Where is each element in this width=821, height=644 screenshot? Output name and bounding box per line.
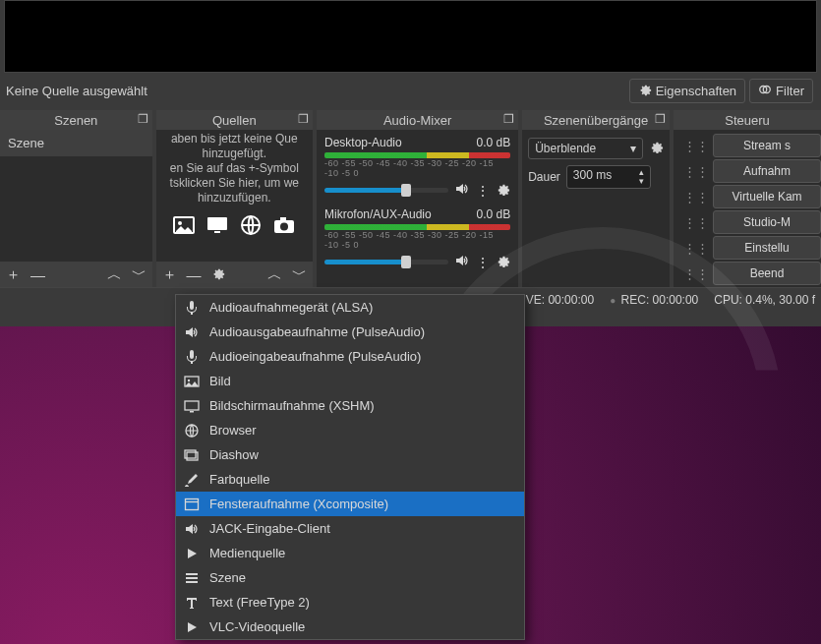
filters-button[interactable]: Filter <box>749 79 813 103</box>
control-button[interactable]: Studio-M <box>713 210 821 234</box>
duration-label: Dauer <box>528 170 560 184</box>
duration-input[interactable]: 300 ms ▴▾ <box>566 165 651 189</box>
menu-item[interactable]: Audioeingabeaufnahme (PulseAudio) <box>176 344 524 369</box>
popout-icon[interactable]: ❐ <box>138 112 148 126</box>
scene-down-button[interactable]: ﹀ <box>132 265 147 284</box>
add-source-button[interactable]: ＋ <box>162 265 177 284</box>
menu-item[interactable]: Medienquelle <box>176 541 524 565</box>
speaker-icon[interactable] <box>454 181 470 200</box>
speaker-icon <box>184 324 200 340</box>
menu-item-label: VLC-Videoquelle <box>209 619 305 634</box>
source-settings-button[interactable] <box>211 266 225 283</box>
remove-scene-button[interactable]: — <box>30 266 45 283</box>
bars-icon <box>184 570 200 586</box>
window-icon <box>184 497 200 512</box>
menu-item[interactable]: Szene <box>176 565 524 590</box>
menu-item[interactable]: VLC-Videoquelle <box>176 615 524 639</box>
svg-rect-21 <box>186 581 198 583</box>
control-button[interactable]: Stream s <box>713 134 821 157</box>
svg-point-3 <box>178 221 182 225</box>
play-icon <box>184 619 200 635</box>
menu-item-label: Diashow <box>209 447 259 462</box>
menu-item[interactable]: Audioausgabeaufnahme (PulseAudio) <box>176 320 524 344</box>
menu-item[interactable]: Farbquelle <box>176 467 524 492</box>
camera-icon <box>270 213 298 237</box>
sources-panel: Quellen ❐ aben bis jetzt keine Que hinzu… <box>156 110 313 287</box>
properties-button[interactable]: Eigenschaften <box>629 79 745 103</box>
menu-item-label: JACK-Eingabe-Client <box>209 521 330 536</box>
grip-icon: ⋮⋮ <box>683 190 709 205</box>
preview-area[interactable] <box>4 0 817 73</box>
svg-rect-20 <box>186 577 198 579</box>
source-up-button[interactable]: ︿ <box>267 265 282 284</box>
sources-hint: aben bis jetzt keine Que hinzugefügt. en… <box>158 132 311 205</box>
menu-item[interactable]: Audioaufnahmegerät (ALSA) <box>176 295 524 320</box>
grip-icon: ⋮⋮ <box>683 215 709 230</box>
no-source-label: Keine Quelle ausgewählt <box>6 84 147 98</box>
source-down-button[interactable]: ﹀ <box>292 265 307 284</box>
menu-item-label: Fensteraufnahme (Xcomposite) <box>209 497 388 511</box>
menu-item[interactable]: Fensteraufnahme (Xcomposite) <box>176 492 524 516</box>
menu-item[interactable]: Bild <box>176 369 524 393</box>
text-icon <box>184 595 200 611</box>
svg-rect-12 <box>185 401 199 410</box>
speaker-icon[interactable] <box>454 253 470 271</box>
volume-slider[interactable] <box>324 188 448 193</box>
grip-icon: ⋮⋮ <box>683 139 709 153</box>
control-button[interactable]: Aufnahm <box>713 159 821 183</box>
popout-icon[interactable]: ❐ <box>655 112 666 126</box>
menu-item[interactable]: Bildschirmaufnahme (XSHM) <box>176 393 524 418</box>
properties-label: Eigenschaften <box>656 84 736 98</box>
slides-icon <box>184 447 200 463</box>
control-button[interactable]: Einstellu <box>713 236 821 260</box>
mic-icon <box>184 349 200 365</box>
speaker-icon <box>184 521 200 537</box>
display-icon <box>204 213 231 237</box>
svg-rect-5 <box>214 231 220 233</box>
brush-icon <box>184 472 200 488</box>
transition-select[interactable]: Überblende▾ <box>528 138 643 159</box>
sources-hint-area[interactable]: aben bis jetzt keine Que hinzugefügt. en… <box>156 130 313 262</box>
menu-item-label: Audioausgabeaufnahme (PulseAudio) <box>209 324 425 339</box>
menu-item[interactable]: Browser <box>176 418 524 442</box>
track-db: 0.0 dB <box>476 136 510 149</box>
stepper-icon[interactable]: ▴▾ <box>639 168 644 186</box>
sources-header[interactable]: Quellen ❐ <box>156 110 313 130</box>
popout-icon[interactable]: ❐ <box>503 112 514 126</box>
mute-toggle-icon[interactable]: ⋮ <box>476 183 490 199</box>
source-type-icons <box>158 213 311 237</box>
audio-track: Desktop-Audio0.0 dB-60 -55 -50 -45 -40 -… <box>324 136 510 200</box>
filters-label: Filter <box>776 84 804 98</box>
track-settings-button[interactable] <box>496 182 510 200</box>
duration-value: 300 ms <box>573 168 612 186</box>
menu-item-label: Farbquelle <box>209 472 269 487</box>
track-name: Mikrofon/AUX-Audio <box>324 207 432 221</box>
menu-item[interactable]: Text (FreeType 2) <box>176 590 524 615</box>
popout-icon[interactable]: ❐ <box>298 112 309 126</box>
svg-point-8 <box>280 223 288 231</box>
menu-item[interactable]: JACK-Eingabe-Client <box>176 516 524 541</box>
transition-settings-button[interactable] <box>649 140 664 157</box>
scenes-header[interactable]: Szenen ❐ <box>0 110 152 130</box>
grip-icon: ⋮⋮ <box>683 164 709 179</box>
source-toolbar: Keine Quelle ausgewählt Eigenschaften Fi… <box>0 77 821 110</box>
control-button[interactable]: Virtuelle Kam <box>713 185 821 208</box>
scene-up-button[interactable]: ︿ <box>107 265 122 284</box>
menu-item-label: Bild <box>209 374 231 388</box>
menu-item[interactable]: Diashow <box>176 442 524 467</box>
controls-header[interactable]: Steueru <box>674 110 821 130</box>
volume-slider[interactable] <box>324 260 448 264</box>
mixer-header[interactable]: Audio-Mixer ❐ <box>317 110 518 130</box>
level-meter <box>324 224 510 230</box>
remove-source-button[interactable]: — <box>187 266 202 283</box>
image-icon <box>184 374 200 389</box>
transitions-header[interactable]: Szenenübergänge ❐ <box>522 110 670 130</box>
scenes-title: Szenen <box>54 113 97 128</box>
scene-item[interactable]: Szene <box>0 130 152 156</box>
add-scene-button[interactable]: ＋ <box>6 265 21 284</box>
menu-item-label: Browser <box>209 423 257 438</box>
svg-rect-13 <box>190 411 194 413</box>
menu-item-label: Audioaufnahmegerät (ALSA) <box>209 300 373 315</box>
add-source-menu: Audioaufnahmegerät (ALSA)Audioausgabeauf… <box>175 294 525 640</box>
svg-rect-9 <box>280 217 286 221</box>
